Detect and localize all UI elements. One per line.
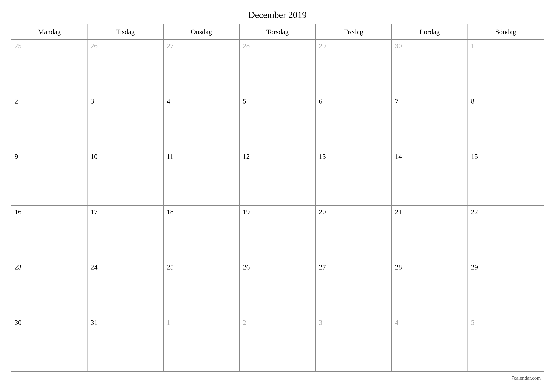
day-number: 28 bbox=[243, 42, 250, 50]
weekday-header: Söndag bbox=[468, 24, 544, 40]
weekday-header: Måndag bbox=[11, 24, 87, 40]
day-number: 20 bbox=[319, 208, 326, 216]
calendar-day-cell: 31 bbox=[87, 316, 163, 371]
day-number: 21 bbox=[395, 208, 402, 216]
calendar-body: 2526272829301234567891011121314151617181… bbox=[11, 40, 544, 371]
calendar-day-cell: 5 bbox=[240, 95, 316, 150]
calendar-day-cell: 22 bbox=[468, 206, 544, 261]
day-number: 2 bbox=[15, 97, 18, 105]
day-number: 25 bbox=[167, 263, 174, 271]
calendar-day-cell: 25 bbox=[163, 261, 240, 316]
calendar-day-cell: 19 bbox=[240, 206, 316, 261]
day-number: 24 bbox=[91, 263, 98, 271]
calendar-title: December 2019 bbox=[11, 9, 544, 20]
calendar-day-cell: 18 bbox=[163, 206, 240, 261]
calendar-day-cell: 2 bbox=[11, 95, 87, 150]
weekday-header: Onsdag bbox=[163, 24, 240, 40]
calendar-week-row: 9101112131415 bbox=[11, 150, 544, 206]
calendar-day-cell: 29 bbox=[315, 40, 392, 95]
calendar-day-cell: 1 bbox=[163, 316, 240, 371]
calendar-day-cell: 9 bbox=[11, 150, 87, 206]
day-number: 25 bbox=[15, 42, 22, 50]
calendar-day-cell: 8 bbox=[468, 95, 544, 150]
weekday-header: Lördag bbox=[392, 24, 468, 40]
day-number: 13 bbox=[319, 153, 326, 160]
day-number: 1 bbox=[167, 319, 170, 326]
calendar-day-cell: 12 bbox=[240, 150, 316, 206]
day-number: 10 bbox=[91, 153, 98, 160]
calendar-day-cell: 6 bbox=[315, 95, 392, 150]
calendar-day-cell: 13 bbox=[315, 150, 392, 206]
day-number: 22 bbox=[471, 208, 478, 216]
calendar-day-cell: 7 bbox=[392, 95, 468, 150]
footer-credit: 7calendar.com bbox=[511, 375, 541, 381]
weekday-header-row: Måndag Tisdag Onsdag Torsdag Fredag Lörd… bbox=[11, 24, 544, 40]
day-number: 30 bbox=[395, 42, 402, 50]
day-number: 14 bbox=[395, 153, 402, 160]
calendar-grid: Måndag Tisdag Onsdag Torsdag Fredag Lörd… bbox=[11, 24, 544, 372]
calendar-day-cell: 26 bbox=[240, 261, 316, 316]
calendar-day-cell: 27 bbox=[163, 40, 240, 95]
weekday-header: Torsdag bbox=[240, 24, 316, 40]
calendar-day-cell: 30 bbox=[392, 40, 468, 95]
day-number: 27 bbox=[319, 263, 326, 271]
calendar-day-cell: 4 bbox=[163, 95, 240, 150]
day-number: 5 bbox=[243, 97, 246, 105]
day-number: 16 bbox=[15, 208, 22, 216]
calendar-day-cell: 28 bbox=[240, 40, 316, 95]
day-number: 18 bbox=[167, 208, 174, 216]
calendar-day-cell: 29 bbox=[468, 261, 544, 316]
calendar-day-cell: 21 bbox=[392, 206, 468, 261]
calendar-day-cell: 1 bbox=[468, 40, 544, 95]
day-number: 4 bbox=[167, 97, 170, 105]
calendar-week-row: 23242526272829 bbox=[11, 261, 544, 316]
weekday-header: Fredag bbox=[315, 24, 392, 40]
calendar-day-cell: 25 bbox=[11, 40, 87, 95]
calendar-day-cell: 26 bbox=[87, 40, 163, 95]
day-number: 11 bbox=[167, 153, 173, 160]
day-number: 17 bbox=[91, 208, 98, 216]
day-number: 29 bbox=[471, 263, 478, 271]
calendar-day-cell: 3 bbox=[315, 316, 392, 371]
calendar-day-cell: 5 bbox=[468, 316, 544, 371]
weekday-header: Tisdag bbox=[87, 24, 163, 40]
calendar-day-cell: 2 bbox=[240, 316, 316, 371]
day-number: 2 bbox=[243, 319, 246, 326]
calendar-week-row: 303112345 bbox=[11, 316, 544, 371]
day-number: 15 bbox=[471, 153, 478, 160]
calendar-day-cell: 17 bbox=[87, 206, 163, 261]
calendar-week-row: 16171819202122 bbox=[11, 206, 544, 261]
day-number: 7 bbox=[395, 97, 398, 105]
calendar-day-cell: 24 bbox=[87, 261, 163, 316]
day-number: 26 bbox=[243, 263, 250, 271]
calendar-day-cell: 30 bbox=[11, 316, 87, 371]
calendar-week-row: 2526272829301 bbox=[11, 40, 544, 95]
day-number: 12 bbox=[243, 153, 250, 160]
calendar-day-cell: 27 bbox=[315, 261, 392, 316]
day-number: 27 bbox=[167, 42, 174, 50]
day-number: 5 bbox=[471, 319, 475, 326]
calendar-day-cell: 11 bbox=[163, 150, 240, 206]
day-number: 3 bbox=[319, 319, 322, 326]
day-number: 28 bbox=[395, 263, 402, 271]
day-number: 31 bbox=[91, 319, 98, 326]
calendar-day-cell: 23 bbox=[11, 261, 87, 316]
day-number: 26 bbox=[91, 42, 98, 50]
day-number: 9 bbox=[15, 153, 18, 160]
day-number: 23 bbox=[15, 263, 22, 271]
day-number: 6 bbox=[319, 97, 322, 105]
calendar-day-cell: 28 bbox=[392, 261, 468, 316]
day-number: 19 bbox=[243, 208, 250, 216]
day-number: 29 bbox=[319, 42, 326, 50]
day-number: 4 bbox=[395, 319, 398, 326]
day-number: 8 bbox=[471, 97, 475, 105]
calendar-day-cell: 14 bbox=[392, 150, 468, 206]
calendar-day-cell: 3 bbox=[87, 95, 163, 150]
calendar-day-cell: 15 bbox=[468, 150, 544, 206]
calendar-day-cell: 10 bbox=[87, 150, 163, 206]
day-number: 30 bbox=[15, 319, 22, 326]
calendar-day-cell: 4 bbox=[392, 316, 468, 371]
day-number: 3 bbox=[91, 97, 94, 105]
calendar-week-row: 2345678 bbox=[11, 95, 544, 150]
day-number: 1 bbox=[471, 42, 475, 50]
